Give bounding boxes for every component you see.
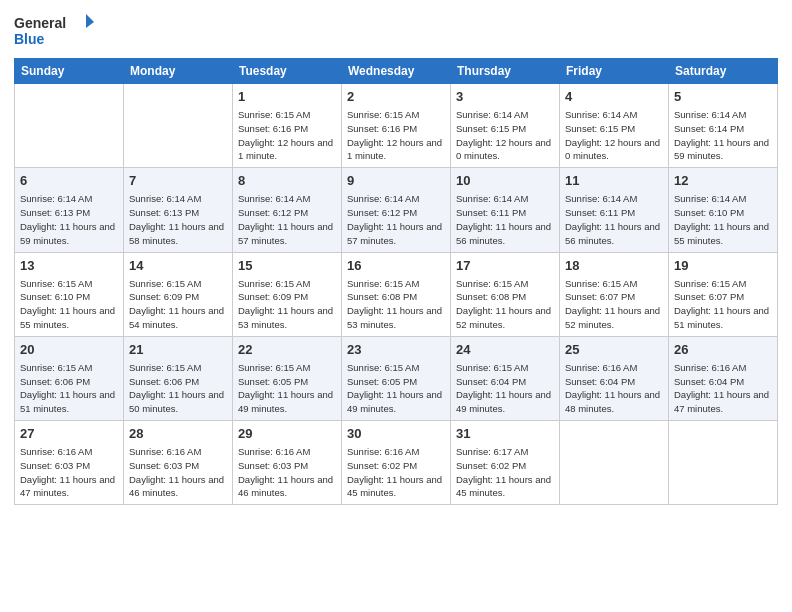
day-number: 9 [347,172,445,190]
weekday-header-monday: Monday [124,59,233,84]
day-number: 6 [20,172,118,190]
weekday-header-saturday: Saturday [669,59,778,84]
day-info: Sunrise: 6:15 AMSunset: 6:16 PMDaylight:… [238,108,336,163]
calendar-cell: 23Sunrise: 6:15 AMSunset: 6:05 PMDayligh… [342,336,451,420]
calendar-cell: 21Sunrise: 6:15 AMSunset: 6:06 PMDayligh… [124,336,233,420]
day-number: 1 [238,88,336,106]
weekday-header-sunday: Sunday [15,59,124,84]
day-info: Sunrise: 6:14 AMSunset: 6:12 PMDaylight:… [238,192,336,247]
day-number: 7 [129,172,227,190]
day-info: Sunrise: 6:15 AMSunset: 6:16 PMDaylight:… [347,108,445,163]
day-info: Sunrise: 6:15 AMSunset: 6:07 PMDaylight:… [674,277,772,332]
day-info: Sunrise: 6:16 AMSunset: 6:03 PMDaylight:… [20,445,118,500]
day-number: 13 [20,257,118,275]
calendar-cell: 14Sunrise: 6:15 AMSunset: 6:09 PMDayligh… [124,252,233,336]
day-info: Sunrise: 6:15 AMSunset: 6:09 PMDaylight:… [129,277,227,332]
day-info: Sunrise: 6:15 AMSunset: 6:10 PMDaylight:… [20,277,118,332]
day-info: Sunrise: 6:15 AMSunset: 6:08 PMDaylight:… [456,277,554,332]
calendar-cell: 1Sunrise: 6:15 AMSunset: 6:16 PMDaylight… [233,84,342,168]
day-info: Sunrise: 6:14 AMSunset: 6:15 PMDaylight:… [565,108,663,163]
week-row-1: 1Sunrise: 6:15 AMSunset: 6:16 PMDaylight… [15,84,778,168]
day-info: Sunrise: 6:15 AMSunset: 6:05 PMDaylight:… [347,361,445,416]
weekday-header-row: SundayMondayTuesdayWednesdayThursdayFrid… [15,59,778,84]
day-info: Sunrise: 6:15 AMSunset: 6:04 PMDaylight:… [456,361,554,416]
day-info: Sunrise: 6:15 AMSunset: 6:08 PMDaylight:… [347,277,445,332]
day-number: 18 [565,257,663,275]
calendar-table: SundayMondayTuesdayWednesdayThursdayFrid… [14,58,778,505]
day-number: 10 [456,172,554,190]
day-number: 8 [238,172,336,190]
day-info: Sunrise: 6:16 AMSunset: 6:04 PMDaylight:… [674,361,772,416]
day-number: 24 [456,341,554,359]
svg-text:Blue: Blue [14,31,45,47]
day-number: 31 [456,425,554,443]
calendar-cell [669,421,778,505]
calendar-cell: 5Sunrise: 6:14 AMSunset: 6:14 PMDaylight… [669,84,778,168]
calendar-cell: 31Sunrise: 6:17 AMSunset: 6:02 PMDayligh… [451,421,560,505]
calendar-cell [15,84,124,168]
day-info: Sunrise: 6:17 AMSunset: 6:02 PMDaylight:… [456,445,554,500]
day-number: 4 [565,88,663,106]
day-number: 29 [238,425,336,443]
day-number: 19 [674,257,772,275]
day-info: Sunrise: 6:16 AMSunset: 6:04 PMDaylight:… [565,361,663,416]
svg-text:General: General [14,15,66,31]
calendar-cell: 18Sunrise: 6:15 AMSunset: 6:07 PMDayligh… [560,252,669,336]
logo-svg: General Blue [14,10,94,50]
calendar-cell: 27Sunrise: 6:16 AMSunset: 6:03 PMDayligh… [15,421,124,505]
calendar-cell: 24Sunrise: 6:15 AMSunset: 6:04 PMDayligh… [451,336,560,420]
calendar-cell: 15Sunrise: 6:15 AMSunset: 6:09 PMDayligh… [233,252,342,336]
day-info: Sunrise: 6:14 AMSunset: 6:11 PMDaylight:… [456,192,554,247]
day-number: 5 [674,88,772,106]
calendar-cell: 12Sunrise: 6:14 AMSunset: 6:10 PMDayligh… [669,168,778,252]
calendar-cell: 3Sunrise: 6:14 AMSunset: 6:15 PMDaylight… [451,84,560,168]
day-number: 30 [347,425,445,443]
day-info: Sunrise: 6:15 AMSunset: 6:06 PMDaylight:… [129,361,227,416]
day-number: 2 [347,88,445,106]
calendar-cell: 13Sunrise: 6:15 AMSunset: 6:10 PMDayligh… [15,252,124,336]
day-number: 11 [565,172,663,190]
day-info: Sunrise: 6:16 AMSunset: 6:02 PMDaylight:… [347,445,445,500]
calendar-cell: 6Sunrise: 6:14 AMSunset: 6:13 PMDaylight… [15,168,124,252]
day-info: Sunrise: 6:14 AMSunset: 6:12 PMDaylight:… [347,192,445,247]
day-info: Sunrise: 6:15 AMSunset: 6:06 PMDaylight:… [20,361,118,416]
week-row-5: 27Sunrise: 6:16 AMSunset: 6:03 PMDayligh… [15,421,778,505]
day-info: Sunrise: 6:16 AMSunset: 6:03 PMDaylight:… [129,445,227,500]
calendar-cell: 22Sunrise: 6:15 AMSunset: 6:05 PMDayligh… [233,336,342,420]
day-info: Sunrise: 6:14 AMSunset: 6:15 PMDaylight:… [456,108,554,163]
calendar-cell: 7Sunrise: 6:14 AMSunset: 6:13 PMDaylight… [124,168,233,252]
day-info: Sunrise: 6:14 AMSunset: 6:10 PMDaylight:… [674,192,772,247]
day-info: Sunrise: 6:14 AMSunset: 6:11 PMDaylight:… [565,192,663,247]
day-number: 22 [238,341,336,359]
day-info: Sunrise: 6:14 AMSunset: 6:14 PMDaylight:… [674,108,772,163]
svg-marker-3 [86,14,94,28]
calendar-cell: 29Sunrise: 6:16 AMSunset: 6:03 PMDayligh… [233,421,342,505]
calendar-cell: 28Sunrise: 6:16 AMSunset: 6:03 PMDayligh… [124,421,233,505]
day-number: 21 [129,341,227,359]
day-number: 26 [674,341,772,359]
weekday-header-tuesday: Tuesday [233,59,342,84]
calendar-cell: 30Sunrise: 6:16 AMSunset: 6:02 PMDayligh… [342,421,451,505]
day-info: Sunrise: 6:15 AMSunset: 6:05 PMDaylight:… [238,361,336,416]
weekday-header-thursday: Thursday [451,59,560,84]
calendar-cell: 2Sunrise: 6:15 AMSunset: 6:16 PMDaylight… [342,84,451,168]
week-row-3: 13Sunrise: 6:15 AMSunset: 6:10 PMDayligh… [15,252,778,336]
day-info: Sunrise: 6:15 AMSunset: 6:07 PMDaylight:… [565,277,663,332]
calendar-cell: 8Sunrise: 6:14 AMSunset: 6:12 PMDaylight… [233,168,342,252]
day-number: 20 [20,341,118,359]
day-info: Sunrise: 6:14 AMSunset: 6:13 PMDaylight:… [129,192,227,247]
day-number: 12 [674,172,772,190]
weekday-header-friday: Friday [560,59,669,84]
day-number: 14 [129,257,227,275]
calendar-cell: 10Sunrise: 6:14 AMSunset: 6:11 PMDayligh… [451,168,560,252]
day-number: 27 [20,425,118,443]
header: General Blue [14,10,778,50]
day-number: 16 [347,257,445,275]
calendar-cell: 26Sunrise: 6:16 AMSunset: 6:04 PMDayligh… [669,336,778,420]
weekday-header-wednesday: Wednesday [342,59,451,84]
day-number: 17 [456,257,554,275]
calendar-cell: 20Sunrise: 6:15 AMSunset: 6:06 PMDayligh… [15,336,124,420]
calendar-cell: 4Sunrise: 6:14 AMSunset: 6:15 PMDaylight… [560,84,669,168]
week-row-4: 20Sunrise: 6:15 AMSunset: 6:06 PMDayligh… [15,336,778,420]
week-row-2: 6Sunrise: 6:14 AMSunset: 6:13 PMDaylight… [15,168,778,252]
